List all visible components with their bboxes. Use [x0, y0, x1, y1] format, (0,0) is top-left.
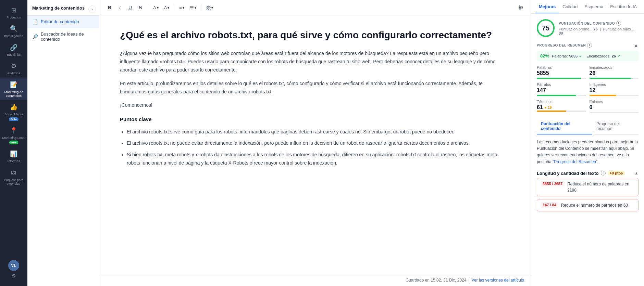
score-details: Puntuación prome... 76 | Puntuación máxi… [559, 27, 639, 35]
word-count-num-2: 147 / 84 [541, 202, 558, 208]
sidebar-item-investigacion[interactable]: 🔍 Investigación [0, 22, 27, 40]
word-count-warning-2: 147 / 84 Reduce el número de párrafos en… [537, 199, 639, 211]
color-chevron: ▾ [168, 6, 169, 10]
strikethrough-button[interactable]: S [136, 3, 145, 12]
paragraph-1: ¿Alguna vez te has preguntado cómo los s… [120, 50, 510, 74]
list-item: Si bien robots.txt, meta robots y x-robo… [127, 151, 510, 167]
editor-area: B I U S A ▾ A ▾ ≡ ▾ ☰ ▾ 🖼 ▾ [99, 0, 531, 286]
sliders-icon [518, 5, 523, 10]
divider-3 [201, 4, 201, 11]
italic-button[interactable]: I [115, 3, 125, 12]
content-icon: 📝 [10, 81, 18, 89]
rec-info-icon[interactable]: i [601, 171, 606, 176]
stat-imagenes: Imágenes 12 [590, 82, 639, 96]
highlight-icon: A [153, 5, 156, 10]
article-heading: ¿Qué es el archivo robots.txt, para qué … [120, 29, 510, 41]
list-dropdown[interactable]: ☰ ▾ [188, 4, 198, 12]
score-circle: 75 [537, 19, 555, 37]
tab-escritor[interactable]: Escritor de IA [607, 0, 640, 13]
bold-button[interactable]: B [105, 3, 114, 12]
location-icon: 📍 [10, 127, 18, 135]
progress-pct: 82% [540, 53, 549, 58]
right-panel: Mejoras Calidad Esquema Escritor de IA 7… [531, 0, 644, 286]
paragraph-2: En este artículo, profundizaremos en los… [120, 80, 510, 96]
score-meta: PUNTUACIÓN DEL CONTENIDO i Puntuación pr… [559, 21, 639, 35]
agency-icon: 🗂 [10, 169, 18, 177]
align-icon: ≡ [179, 5, 182, 10]
settings-button[interactable] [516, 3, 525, 12]
nav-toggle-button[interactable]: › [88, 5, 96, 13]
format-group: B I U S [105, 3, 145, 12]
link-icon: 🔗 [10, 43, 18, 52]
divider-2 [174, 4, 174, 11]
avatar[interactable]: VL [8, 260, 19, 271]
search-icon: 🔍 [10, 25, 18, 33]
score-section: 75 PUNTUACIÓN DEL CONTENIDO i Puntuación… [537, 19, 639, 37]
headings-check: ✓ [617, 54, 621, 58]
rec-description: Las recomendaciones predeterminadas para… [537, 139, 639, 165]
stat-encabezados: Encabezados 26 [590, 65, 639, 79]
word-count-text-2: Reduce el número de párrafos en 63 [561, 202, 628, 208]
align-chevron: ▾ [183, 6, 184, 10]
beta-badge: Beta [9, 117, 18, 121]
paragraph-comencemos: ¡Comencemos! [120, 101, 510, 109]
headings-meta: Encabezados: 26 ✓ [586, 54, 621, 58]
sidebar-item-auditoria[interactable]: ⚙ Auditoría [0, 59, 27, 78]
editor-content[interactable]: ¿Qué es el archivo robots.txt, para qué … [99, 15, 531, 274]
divider-1 [148, 4, 148, 11]
saved-text: Guardado en 15:02, 31 Dic, 2024 [406, 278, 466, 283]
underline-button[interactable]: U [125, 3, 135, 12]
score-info-icon[interactable]: i [616, 21, 621, 26]
score-label: PUNTUACIÓN DEL CONTENIDO i [559, 21, 639, 26]
stat-parrafos: Párrafos 147 [537, 82, 586, 96]
right-tabs: Mejoras Calidad Esquema Escritor de IA [531, 0, 644, 14]
sidebar-item-local[interactable]: 📍 Marketing Local New [0, 124, 27, 147]
bullet-list: El archivo robots.txt sirve como guía pa… [127, 128, 510, 167]
grid-icon: ⊞ [10, 6, 18, 14]
progress-bar-row: 82% Palabras: 5855 ✓ Encabezados: 26 ✓ [537, 51, 639, 61]
tab-calidad[interactable]: Calidad [559, 0, 581, 13]
words-check: ✓ [579, 54, 582, 58]
search-ideas-icon: 🔎 [32, 34, 38, 39]
rec-collapse-button[interactable]: ▲ [634, 171, 639, 176]
separator: | [468, 278, 469, 283]
social-icon: 👍 [10, 103, 18, 111]
sidebar-item-informes[interactable]: 📊 Informes [0, 147, 27, 166]
color-icon: A [164, 5, 167, 10]
progress-info-icon[interactable]: i [587, 43, 592, 48]
stats-grid: Palabras 5855 Encabezados 26 Párrafos 14… [537, 65, 639, 113]
sidebar-item-paquete[interactable]: 🗂 Paquete para Agencias [0, 166, 27, 188]
stat-palabras: Palabras 5855 [537, 65, 586, 79]
color-dropdown[interactable]: A ▾ [162, 4, 172, 12]
nav-item-editor[interactable]: 📄 Editor de contenido [27, 16, 99, 28]
settings-icon[interactable]: ⚙ [8, 272, 19, 280]
image-dropdown[interactable]: 🖼 ▾ [204, 4, 215, 12]
nav-item-buscador[interactable]: 🔎 Buscador de ideas de contenido [27, 28, 99, 45]
list-chevron: ▾ [195, 6, 196, 10]
tab-esquema[interactable]: Esquema [581, 0, 607, 13]
progress-collapse[interactable]: ▲ [634, 42, 639, 48]
sidebar-item-proyectos[interactable]: ⊞ Proyectos [0, 3, 27, 22]
image-icon: 🖼 [206, 5, 211, 10]
svg-point-3 [519, 6, 520, 7]
resumen-link[interactable]: "Progreso del Resumen" [553, 159, 597, 164]
highlight-dropdown[interactable]: A ▾ [151, 4, 161, 12]
editor-icon: 📄 [32, 19, 38, 25]
versions-link[interactable]: Ver las versiones del artículo [472, 278, 524, 283]
align-dropdown[interactable]: ≡ ▾ [177, 4, 186, 12]
sidebar-item-marketing[interactable]: 📝 Marketing de contenidos [0, 78, 27, 101]
toolbar: B I U S A ▾ A ▾ ≡ ▾ ☰ ▾ 🖼 ▾ [99, 0, 531, 15]
highlight-chevron: ▾ [157, 6, 159, 10]
sidebar-item-social[interactable]: 👍 Social Media Beta [0, 100, 27, 124]
rec-section-header: Longitud y cantidad del texto i +9 ptos … [537, 171, 639, 176]
sidebar-item-backlinks[interactable]: 🔗 Backlinks [0, 41, 27, 59]
tab-mejoras[interactable]: Mejoras [535, 0, 559, 13]
sub-tab-puntuacion[interactable]: Puntuación del contenido [537, 119, 592, 134]
stat-enlaces: Enlaces 0 [590, 100, 639, 113]
content-nav: Marketing de contenidos 📄 Editor de cont… [27, 0, 99, 286]
sub-tab-progreso[interactable]: Progreso del resumen [592, 119, 639, 134]
key-points-title: Puntos clave [120, 115, 510, 124]
image-chevron: ▾ [211, 6, 213, 10]
word-count-warning-1: 5855 / 3657 Reduce el número de palabras… [537, 178, 639, 196]
word-count-text-1: Reduce el número de palabras en 2198 [567, 181, 635, 193]
